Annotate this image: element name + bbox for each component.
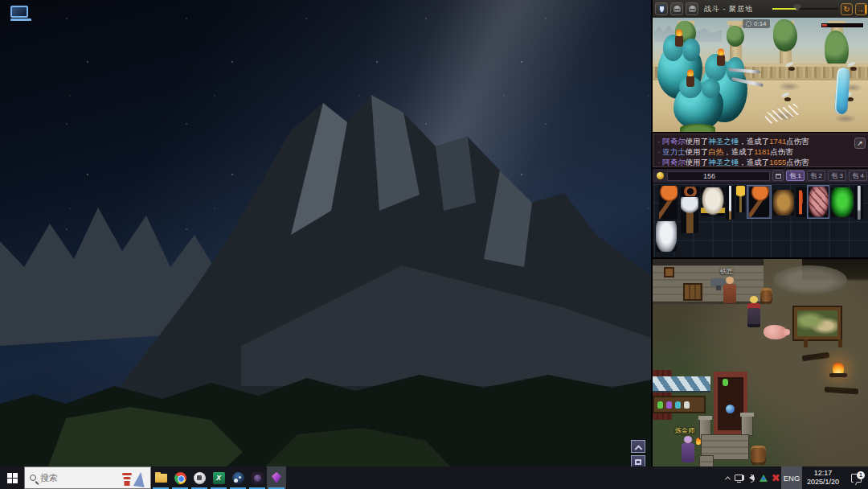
party-shield-button[interactable] bbox=[655, 2, 668, 15]
taskbar-app-game[interactable] bbox=[248, 466, 267, 489]
action-center-button[interactable]: 1 bbox=[844, 474, 868, 483]
bag-tab-4[interactable]: 包 4 bbox=[849, 171, 867, 181]
gog-icon bbox=[194, 472, 206, 484]
battle-title: 战斗 - 聚居地 bbox=[704, 4, 753, 14]
mountain-silhouette bbox=[0, 0, 651, 466]
seasonal-search-art bbox=[122, 469, 145, 487]
blacksmith-label: 铁匠 bbox=[720, 267, 733, 276]
enemy-health-bar bbox=[821, 23, 863, 27]
log-damage: 1655 bbox=[769, 158, 786, 166]
taskbar-app-steam[interactable] bbox=[228, 466, 248, 489]
steam-icon bbox=[232, 472, 244, 484]
monster-rider bbox=[675, 35, 683, 47]
bag-tabs: 包 1 包 2 包 3 包 4 bbox=[772, 171, 867, 181]
crate bbox=[683, 283, 702, 301]
item-plate-armor[interactable] bbox=[701, 187, 725, 216]
potion-icon bbox=[684, 401, 690, 409]
hero-slot-button-2[interactable] bbox=[686, 2, 698, 15]
item-spiked-mace[interactable] bbox=[681, 197, 698, 233]
exit-battle-button[interactable]: → bbox=[855, 3, 867, 15]
window-icon bbox=[635, 459, 641, 465]
item-gold-scepter[interactable] bbox=[736, 186, 745, 212]
campfire bbox=[833, 362, 844, 375]
bag-tab-1[interactable]: 包 1 bbox=[786, 171, 805, 181]
screen: 战斗 - 聚居地 ↻ → bbox=[0, 0, 868, 489]
slider-knob-icon[interactable] bbox=[794, 6, 800, 10]
storage-button[interactable] bbox=[772, 171, 784, 181]
speed-slider[interactable] bbox=[772, 5, 838, 13]
item-crimson-armor[interactable] bbox=[809, 187, 829, 217]
pig[interactable] bbox=[764, 325, 788, 339]
taskbar-app-excel[interactable]: X bbox=[209, 466, 228, 489]
blacksmith-npc[interactable] bbox=[723, 277, 736, 303]
gold-coin-icon bbox=[657, 172, 664, 179]
chrome-icon bbox=[174, 472, 186, 484]
taskbar-app-chrome[interactable] bbox=[170, 466, 190, 489]
desktop-shortcut-computer[interactable] bbox=[10, 6, 31, 23]
bag-tab-3[interactable]: 包 3 bbox=[828, 171, 846, 181]
player-character[interactable] bbox=[747, 296, 760, 327]
item-silver-armor[interactable] bbox=[656, 221, 677, 252]
grass bbox=[680, 124, 715, 132]
pagoda-icon bbox=[122, 472, 132, 487]
item-green-armor[interactable] bbox=[831, 187, 854, 217]
helmet-icon bbox=[689, 6, 696, 12]
striped-awning bbox=[653, 376, 710, 392]
log-damage: 1181 bbox=[754, 147, 770, 156]
item-longsword[interactable] bbox=[726, 186, 735, 220]
taskbar-app-file-explorer[interactable] bbox=[151, 466, 170, 489]
wasp-enemy bbox=[781, 95, 792, 102]
shop-sign bbox=[664, 267, 674, 277]
monster-rider bbox=[717, 55, 725, 66]
notification-badge: 1 bbox=[857, 471, 865, 479]
expand-log-button[interactable]: ↗ bbox=[854, 138, 866, 149]
log-line: 阿奇尔使用了神圣之锤，造成了1741点伤害 bbox=[657, 136, 865, 146]
swap-button[interactable]: ↻ bbox=[841, 3, 853, 15]
log-actor: 亚力士 bbox=[662, 147, 686, 156]
item-red-talisman[interactable] bbox=[796, 187, 806, 217]
chest-icon bbox=[776, 174, 781, 179]
vine bbox=[727, 26, 744, 47]
taskbar-clock[interactable]: 12:17 2025/1/20 bbox=[802, 469, 844, 487]
search-input[interactable] bbox=[40, 473, 108, 483]
collapse-button[interactable] bbox=[631, 440, 645, 453]
taskbar-app-gog[interactable] bbox=[190, 466, 209, 489]
item-battle-axe[interactable] bbox=[659, 186, 678, 220]
item-leather-ring[interactable] bbox=[681, 187, 700, 196]
window-edge-buttons bbox=[631, 440, 645, 468]
triangle-tray-icon[interactable] bbox=[757, 466, 769, 489]
alchemist-label: 炼金师 bbox=[675, 426, 694, 435]
taskbar-app-active-game[interactable] bbox=[267, 466, 286, 489]
item-battle-axe-2[interactable] bbox=[749, 187, 769, 217]
log-skill: 白热 bbox=[708, 147, 723, 156]
game-window: 战斗 - 聚居地 ↻ → bbox=[651, 0, 868, 489]
start-button[interactable] bbox=[0, 466, 24, 489]
volume-tray-icon[interactable] bbox=[745, 466, 757, 489]
gold-amount: 156 bbox=[667, 171, 770, 181]
alchemist-npc[interactable] bbox=[682, 436, 694, 462]
log-actor: 阿奇尔 bbox=[662, 158, 686, 166]
water-spell-effect bbox=[834, 68, 850, 115]
battle-log: 阿奇尔使用了神圣之锤，造成了1741点伤害 亚力士使用了白热，造成了1181点伤… bbox=[653, 132, 868, 169]
windows-logo-icon bbox=[7, 473, 18, 483]
game-header: 战斗 - 聚居地 ↻ → bbox=[653, 0, 868, 18]
map-board[interactable] bbox=[794, 307, 841, 339]
item-steel-sword[interactable] bbox=[854, 186, 863, 220]
item-bronze-gauntlet[interactable] bbox=[773, 190, 794, 216]
wasp-enemy bbox=[785, 64, 796, 72]
hero-slot-button-1[interactable] bbox=[670, 2, 683, 15]
hidden-icons-button[interactable] bbox=[722, 476, 733, 480]
log-line: 亚力士使用了白热，造成了1181点伤害 bbox=[657, 146, 865, 157]
taskbar: X ENG 12:17 2025/1/20 1 bbox=[0, 466, 868, 489]
clock-time: 12:17 bbox=[802, 469, 844, 478]
folder-icon bbox=[155, 474, 167, 483]
bag-tab-2[interactable]: 包 2 bbox=[807, 171, 825, 181]
battle-timer: 0:14 bbox=[743, 19, 770, 28]
language-indicator[interactable]: ENG bbox=[781, 466, 802, 489]
wall-pillar bbox=[741, 415, 753, 436]
taskbar-search[interactable] bbox=[24, 466, 151, 489]
barrel bbox=[760, 288, 772, 304]
red-app-tray-icon[interactable] bbox=[769, 466, 781, 489]
log-skill: 神圣之锤 bbox=[708, 137, 739, 146]
expand-icon: ↗ bbox=[857, 139, 863, 147]
